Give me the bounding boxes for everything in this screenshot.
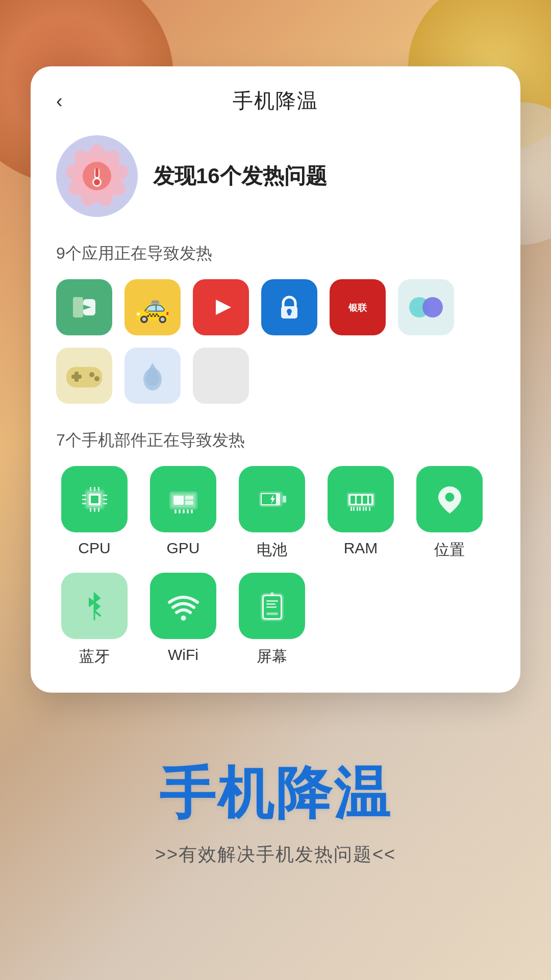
- svg-rect-71: [357, 507, 358, 511]
- svg-rect-59: [283, 496, 286, 503]
- components-grid: CPU GPU: [56, 466, 495, 667]
- app-icon-teal[interactable]: [398, 279, 454, 335]
- heat-issue-text: 发现16个发热问题: [153, 162, 327, 190]
- svg-rect-74: [365, 507, 367, 511]
- svg-rect-67: [363, 496, 367, 504]
- wifi-icon-wrap: [150, 573, 216, 639]
- apps-section-label: 9个应用正在导致发热: [56, 242, 495, 265]
- card-header: ‹ 手机降温: [56, 87, 495, 115]
- svg-point-30: [94, 376, 99, 381]
- ram-label: RAM: [344, 540, 378, 557]
- svg-rect-51: [185, 496, 193, 500]
- svg-rect-41: [98, 508, 99, 512]
- component-item-location[interactable]: 位置: [411, 466, 488, 560]
- svg-rect-84: [266, 606, 277, 608]
- bluetooth-icon: [76, 587, 114, 625]
- app-icon-youtube[interactable]: [193, 279, 249, 335]
- component-item-gpu[interactable]: GPU: [145, 466, 221, 560]
- screen-icon: [253, 587, 291, 625]
- wifi-icon: [164, 587, 203, 625]
- cpu-icon: [76, 480, 114, 519]
- ram-icon: [342, 480, 380, 519]
- svg-rect-85: [266, 612, 278, 615]
- battery-icon: [253, 480, 291, 519]
- component-item-ram[interactable]: RAM: [322, 466, 399, 560]
- svg-point-76: [445, 493, 454, 502]
- svg-text:银联: 银联: [348, 303, 367, 313]
- main-card: ‹ 手机降温: [31, 66, 520, 693]
- app-icon-game[interactable]: [56, 348, 112, 404]
- ram-icon-wrap: [328, 466, 394, 532]
- bluetooth-label: 蓝牙: [79, 646, 110, 667]
- location-icon: [431, 480, 469, 519]
- svg-rect-47: [103, 503, 107, 504]
- svg-rect-40: [94, 508, 95, 512]
- svg-rect-46: [103, 499, 107, 500]
- screen-icon-wrap: [239, 573, 305, 639]
- svg-rect-50: [173, 496, 184, 505]
- back-button[interactable]: ‹: [56, 91, 63, 111]
- cpu-label: CPU: [78, 540, 110, 557]
- page-title: 手机降温: [233, 87, 318, 115]
- svg-rect-68: [369, 496, 371, 504]
- battery-label: 电池: [257, 540, 287, 560]
- app-icon-taxi[interactable]: 🚕: [124, 279, 181, 335]
- svg-rect-53: [174, 509, 177, 513]
- fan-animation: [56, 135, 138, 217]
- svg-point-77: [181, 616, 186, 621]
- component-item-battery[interactable]: 电池: [234, 466, 310, 560]
- svg-rect-44: [82, 503, 86, 504]
- fan-svg: [59, 138, 135, 214]
- bluetooth-icon-wrap: [61, 573, 128, 639]
- svg-point-13: [94, 179, 100, 185]
- component-item-wifi[interactable]: WiFi: [145, 573, 221, 667]
- heat-icon-wrap: [56, 135, 138, 217]
- svg-rect-83: [266, 603, 276, 605]
- bottom-subtitle: >>有效解决手机发热问题<<: [155, 842, 396, 867]
- app-icon-lock[interactable]: [261, 279, 317, 335]
- svg-rect-54: [179, 509, 181, 513]
- cpu-icon-wrap: [61, 466, 128, 532]
- svg-rect-82: [266, 600, 278, 602]
- gpu-icon: [164, 480, 203, 519]
- svg-rect-45: [103, 495, 107, 496]
- svg-rect-43: [82, 499, 86, 500]
- component-item-bluetooth[interactable]: 蓝牙: [56, 573, 133, 667]
- svg-rect-21: [288, 311, 291, 315]
- svg-point-25: [422, 297, 443, 317]
- bottom-big-title: 手机降温: [159, 756, 392, 832]
- svg-rect-70: [353, 507, 355, 511]
- battery-icon-wrap: [239, 466, 305, 532]
- component-item-screen[interactable]: 屏幕: [234, 573, 310, 667]
- wifi-label: WiFi: [168, 646, 198, 664]
- svg-rect-12: [95, 168, 98, 177]
- svg-rect-42: [82, 495, 86, 496]
- app-icon-unionpay[interactable]: 银联: [330, 279, 386, 335]
- svg-rect-28: [74, 372, 79, 382]
- components-section-label: 7个手机部件正在导致发热: [56, 429, 495, 452]
- svg-rect-39: [90, 508, 91, 512]
- svg-point-29: [89, 372, 94, 377]
- svg-point-81: [270, 592, 273, 595]
- app-icons-grid: 🚕 银联: [56, 279, 495, 404]
- svg-rect-35: [91, 496, 98, 503]
- location-label: 位置: [434, 540, 465, 560]
- svg-rect-65: [350, 496, 355, 504]
- svg-rect-38: [98, 487, 99, 491]
- gpu-icon-wrap: [150, 466, 216, 532]
- app-icon-share[interactable]: [56, 279, 112, 335]
- svg-rect-55: [183, 509, 185, 513]
- app-icon-light[interactable]: [124, 348, 181, 404]
- location-icon-wrap: [416, 466, 483, 532]
- svg-rect-69: [350, 507, 352, 511]
- svg-rect-73: [363, 507, 364, 511]
- svg-rect-14: [73, 297, 83, 317]
- app-icon-blank[interactable]: [193, 348, 249, 404]
- bottom-section: 手机降温 >>有效解决手机发热问题<<: [0, 674, 551, 980]
- svg-rect-52: [185, 501, 193, 505]
- component-item-cpu[interactable]: CPU: [56, 466, 133, 560]
- svg-rect-36: [90, 487, 91, 491]
- svg-rect-57: [191, 509, 193, 513]
- svg-rect-56: [187, 509, 189, 513]
- svg-rect-72: [359, 507, 361, 511]
